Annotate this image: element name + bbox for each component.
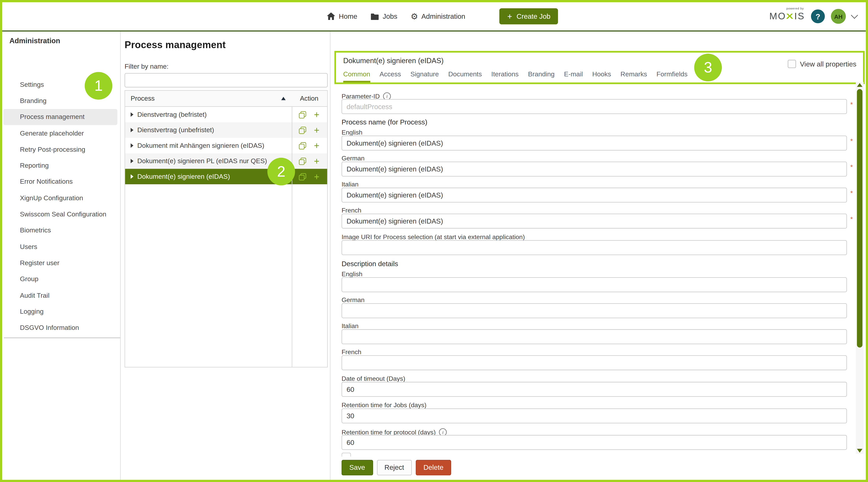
sidebar-item-group[interactable]: Group [3,271,117,287]
home-icon [327,12,336,21]
add-icon[interactable]: + [314,110,319,119]
divider-sidebar [120,32,121,480]
row-expand-caret-icon[interactable] [131,174,133,179]
name-german-label: German [341,155,365,161]
scroll-up-icon[interactable] [857,83,863,87]
nav-jobs-label: Jobs [383,12,397,20]
description-french-label: French [341,349,361,355]
sidebar-item-audit-trail[interactable]: Audit Trail [3,287,117,303]
timeout-input[interactable] [341,382,847,397]
image-uri-input[interactable] [341,240,847,255]
nav-home[interactable]: Home [327,12,357,21]
add-icon[interactable]: + [314,141,319,150]
description-italian-input[interactable] [341,329,847,344]
avatar[interactable]: AH [831,9,846,24]
row-expand-caret-icon[interactable] [131,128,133,132]
copy-icon[interactable] [299,173,306,180]
create-job-button[interactable]: + Create Job [499,8,558,24]
logo-text-left: MO [769,12,786,21]
scrollbar-thumb[interactable] [857,89,863,348]
add-icon[interactable]: + [314,172,319,181]
table-row[interactable]: Dienstvertrag (unbefristet) + [125,122,327,138]
tab-common[interactable]: Common [343,70,370,83]
sidebar-item-logging[interactable]: Logging [3,303,117,320]
name-french-label: French [341,207,361,214]
description-german-input[interactable] [341,303,847,318]
filter-input[interactable] [124,73,328,87]
column-divider [292,91,292,367]
name-italian-input[interactable] [341,188,847,203]
sidebar-item-reporting[interactable]: Reporting [3,157,117,174]
required-marker: * [850,101,853,108]
callout-1: 1 [85,72,112,100]
tab-hooks[interactable]: Hooks [592,70,611,83]
moxis-x-icon: X [786,12,794,20]
sidebar-item-xignup-configuration[interactable]: XignUp Configuration [3,190,117,206]
delete-button[interactable]: Delete [416,460,451,476]
tab-email[interactable]: E-mail [564,70,583,83]
vertical-scrollbar[interactable] [856,82,864,454]
sidebar-item-dsgvo-information[interactable]: DSGVO Information [3,320,117,336]
name-english-input[interactable] [341,135,847,151]
logo-text-right: IS [795,12,805,21]
add-icon[interactable]: + [314,156,319,166]
description-english-input[interactable] [341,277,847,292]
help-button[interactable]: ? [811,9,825,23]
tab-iterations[interactable]: Iterations [491,70,519,83]
copy-icon[interactable] [299,142,306,149]
tab-formfields[interactable]: Formfields [656,70,687,83]
app-window: Home Jobs ⚙ Administration + Create Job … [0,0,868,482]
sidebar-item-register-user[interactable]: Register user [3,255,117,271]
sort-asc-icon [281,97,286,100]
table-row[interactable]: Dokument(e) signieren PL (eIDAS nur QES)… [125,153,327,169]
description-french-input[interactable] [341,355,847,370]
retention-jobs-input[interactable] [341,409,847,423]
scroll-down-icon[interactable] [857,449,863,453]
copy-icon[interactable] [299,158,306,164]
sidebar-item-users[interactable]: Users [3,239,117,255]
copy-icon[interactable] [299,111,306,118]
detail-header-box: Dokument(e) signieren (eIDAS) Common Acc… [334,51,865,84]
action-column-header: Action [291,95,327,102]
save-button[interactable]: Save [341,460,373,476]
row-expand-caret-icon[interactable] [131,159,133,163]
powered-by-label: powered by [786,7,804,10]
add-icon[interactable]: + [314,125,319,135]
row-expand-caret-icon[interactable] [131,112,133,117]
nav-jobs[interactable]: Jobs [370,12,397,20]
sidebar-item-error-notifications[interactable]: Error Notifications [3,174,117,190]
tab-remarks[interactable]: Remarks [620,70,647,83]
tab-signature[interactable]: Signature [410,70,439,83]
process-column-header[interactable]: Process [125,95,291,102]
image-uri-label: Image URI for Process selection (at star… [341,234,525,240]
chevron-down-icon[interactable] [851,12,858,19]
name-german-input[interactable] [341,161,847,177]
divider-middle [330,32,331,480]
copy-icon[interactable] [299,127,306,133]
retention-protocol-input[interactable] [341,435,847,450]
row-expand-caret-icon[interactable] [131,143,133,148]
sidebar-item-biometrics[interactable]: Biometrics [3,222,117,239]
sidebar-item-swisscom-seal-configuration[interactable]: Swisscom Seal Configuration [3,206,117,222]
callout-2: 2 [267,158,295,185]
tab-branding[interactable]: Branding [528,70,555,83]
sidebar-item-process-management[interactable]: Process management [3,109,117,125]
administration-gear-icon: ⚙ [410,12,418,21]
tab-documents[interactable]: Documents [448,70,482,83]
detail-form: Parameter-ID i * Process name (for Proce… [334,84,857,480]
page-title: Process management [124,39,328,51]
table-row-selected[interactable]: Dokument(e) signieren (eIDAS) + [125,169,327,184]
parameter-id-input[interactable] [341,99,847,114]
tab-access[interactable]: Access [379,70,401,83]
view-all-properties-checkbox[interactable] [788,60,796,68]
jobs-folder-icon [370,12,379,20]
nav-administration[interactable]: ⚙ Administration [410,12,465,21]
nav-home-label: Home [339,12,357,20]
name-french-input[interactable] [341,214,847,229]
table-row[interactable]: Dokument mit Anhängen signieren (eIDAS) … [125,138,327,153]
sidebar-item-retry-post-processing[interactable]: Retry Post-processing [3,141,117,157]
nav-administration-label: Administration [422,12,465,20]
sidebar-item-generate-placeholder[interactable]: Generate placeholder [3,125,117,141]
reject-button[interactable]: Reject [377,460,412,476]
table-row[interactable]: Dienstvertrag (befristet) + [125,107,327,122]
